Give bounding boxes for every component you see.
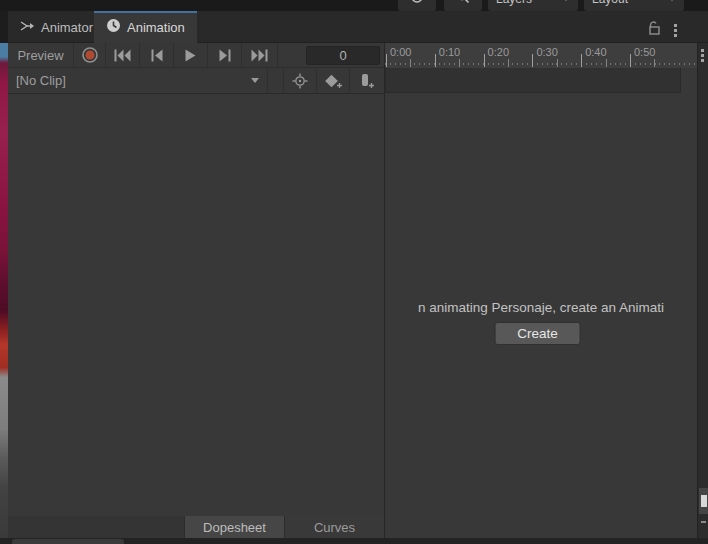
filter-by-selection-button[interactable] <box>284 68 317 93</box>
goto-first-frame-button[interactable] <box>106 43 140 67</box>
kebab-menu-icon <box>701 49 704 62</box>
tab-menu-button[interactable] <box>674 24 677 37</box>
tab-animator-label: Animator <box>41 20 93 35</box>
ruler-tick-label: 0:30 <box>536 46 557 58</box>
tab-animator[interactable]: Animator <box>8 11 105 43</box>
record-icon <box>81 46 99 64</box>
ruler-major-tick <box>532 54 533 67</box>
play-button[interactable] <box>174 43 208 67</box>
dropdown-caret-icon <box>562 0 570 1</box>
dopesheet-area: n animating Personaje, create an Animati… <box>385 93 697 538</box>
add-event-icon <box>358 73 375 89</box>
kebab-menu-icon <box>674 24 677 37</box>
skip-start-icon <box>114 49 131 62</box>
create-button[interactable]: Create <box>495 322 581 345</box>
ruler-tick-label: 0:50 <box>634 46 655 58</box>
tab-animation-label: Animation <box>127 20 185 35</box>
toolbar-spacer <box>268 68 284 93</box>
dropdown-caret-icon <box>668 0 676 1</box>
lower-window-tab-top[interactable] <box>12 539 124 544</box>
scrollbar-thumb[interactable] <box>699 488 708 514</box>
ruler-tick-label: 0:00 <box>390 46 411 58</box>
history-button[interactable] <box>398 0 436 11</box>
next-frame-button[interactable] <box>208 43 242 67</box>
event-track-strip <box>385 68 681 93</box>
preview-button-label: Preview <box>17 48 63 63</box>
ruler-mid-tick <box>459 59 460 67</box>
view-switch-bar: Dopesheet Curves <box>8 516 384 538</box>
ruler-major-tick <box>630 54 631 67</box>
ruler-major-tick <box>581 54 582 67</box>
ruler-tick-label: 0:40 <box>585 46 606 58</box>
dropdown-caret-icon <box>251 78 259 83</box>
ruler-major-tick <box>386 54 387 67</box>
prev-frame-icon <box>151 49 163 62</box>
goto-last-frame-button[interactable] <box>242 43 278 67</box>
record-button[interactable] <box>74 43 106 67</box>
ruler-mid-tick <box>654 59 655 67</box>
clip-selector-value: [No Clip] <box>16 73 66 88</box>
clip-toolbar: [No Clip] <box>8 68 384 94</box>
add-event-button[interactable] <box>350 68 383 93</box>
empty-clip-message: n animating Personaje, create an Animati <box>418 300 664 315</box>
clip-selector-dropdown[interactable]: [No Clip] <box>8 68 268 93</box>
curves-tab[interactable]: Curves <box>284 516 384 538</box>
search-icon <box>456 0 470 7</box>
ruler-menu-button[interactable] <box>701 49 704 62</box>
animator-icon <box>20 19 35 36</box>
history-icon <box>410 0 424 7</box>
view-switch-spacer <box>8 516 184 538</box>
tab-bar-notch <box>0 11 8 43</box>
lower-window-edge <box>0 538 708 544</box>
filter-selection-icon <box>292 73 308 89</box>
dopesheet-tab[interactable]: Dopesheet <box>184 516 284 538</box>
background-scene-sliver <box>0 43 8 538</box>
layout-dropdown[interactable]: Layout <box>584 0 684 11</box>
ruler-mid-tick <box>557 59 558 67</box>
ruler-tick-label: 0:10 <box>439 46 460 58</box>
ruler-tick-label: 0:20 <box>488 46 509 58</box>
ruler-major-tick <box>484 54 485 67</box>
tab-animation[interactable]: Animation <box>94 11 197 43</box>
ruler-mid-tick <box>606 59 607 67</box>
layers-dropdown-label: Layers <box>496 0 532 6</box>
scrollbar-thumb-grip <box>701 495 707 507</box>
lock-open-icon <box>646 22 662 39</box>
ruler-mid-tick <box>508 59 509 67</box>
clock-icon <box>106 18 121 36</box>
play-icon <box>185 49 196 62</box>
layout-dropdown-label: Layout <box>592 0 628 6</box>
next-frame-icon <box>219 49 231 62</box>
main-toolbar-strip: Layers Layout <box>0 0 708 11</box>
search-button[interactable] <box>444 0 482 11</box>
animation-toolbar: Preview <box>8 43 384 68</box>
current-frame-field[interactable] <box>306 46 380 65</box>
prev-frame-button[interactable] <box>140 43 174 67</box>
add-keyframe-icon <box>324 73 343 89</box>
dock-tab-bar: Animator Animation <box>0 11 708 43</box>
ruler-mid-tick <box>410 59 411 67</box>
ruler-major-tick <box>435 54 436 67</box>
add-keyframe-button[interactable] <box>317 68 350 93</box>
layers-dropdown[interactable]: Layers <box>488 0 578 11</box>
preview-button[interactable]: Preview <box>8 43 74 67</box>
scrollbar-end-cap <box>701 521 706 523</box>
lock-button[interactable] <box>646 20 662 40</box>
skip-end-icon <box>251 49 268 62</box>
timeline-ruler[interactable]: 0:000:100:200:300:400:50 <box>385 43 697 68</box>
right-scroll-column <box>697 43 708 538</box>
